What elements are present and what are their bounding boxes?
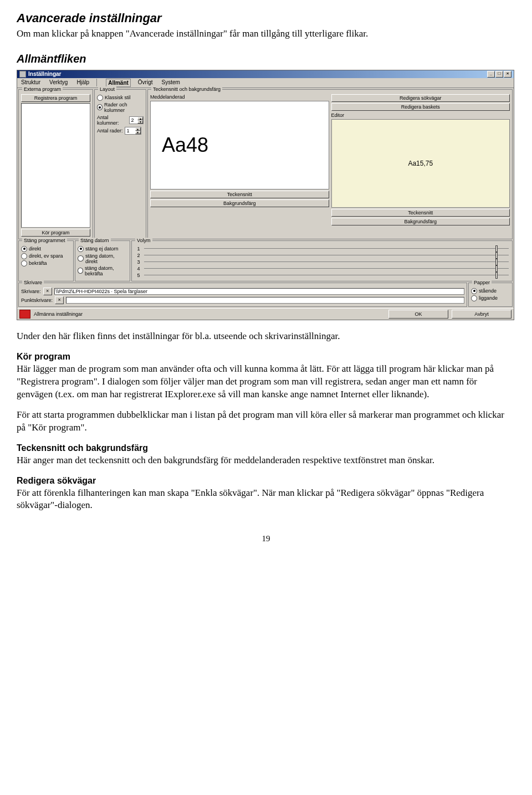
volume-slider-2[interactable]: 2 [134, 252, 510, 259]
msg-label: Meddelanderad [150, 94, 329, 100]
radio-ej-datorn[interactable]: stäng ej datorn [78, 245, 127, 253]
rows-spinner[interactable]: 1▴▾ [125, 127, 141, 135]
radio-direkt-spara[interactable]: direkt, ev spara [21, 253, 71, 260]
heading-allmant: Allmäntfliken [17, 53, 515, 65]
intro-paragraph: Om man klickar på knappen "Avancerade in… [17, 28, 515, 40]
font-preview-big: Aa48 [150, 101, 329, 189]
rows-label: Antal rader: [97, 128, 123, 134]
menu-hjalp[interactable]: Hjälp [75, 79, 91, 87]
radio-stang-bekrafta[interactable]: stäng datorn, bekräfta [78, 265, 127, 277]
font-p: Här anger man det teckensnitt och den ba… [17, 454, 515, 467]
externa-program-list[interactable] [21, 103, 90, 228]
printer-field[interactable]: \\Pdm2\LPH-HDPI4022s · Spela färglaser [54, 288, 464, 295]
externa-legend: Externa program [22, 86, 63, 92]
radio-bekrafta[interactable]: bekräfta [21, 260, 71, 267]
avbryt-button[interactable]: Avbryt [452, 310, 511, 319]
bakgrundsfarg-button-2[interactable]: Bakgrundsfärg [331, 218, 510, 225]
titlebar: Inställningar _ □ × [17, 70, 514, 78]
radio-stang-direkt[interactable]: stäng datorn, direkt [78, 253, 127, 265]
kor-p2: För att starta programmen dubbelklickar … [17, 409, 515, 434]
kor-program-button[interactable]: Kör program [21, 229, 90, 237]
section-teckensnitt: Teckensnitt och bakgrundsfärg [17, 443, 515, 453]
radio-klassisk[interactable]: Klassisk stil [97, 94, 144, 101]
paper-legend: Papper [472, 280, 492, 285]
printer-x-button[interactable]: × [43, 288, 52, 295]
bakgrundsfarg-button-1[interactable]: Bakgrundsfärg [150, 199, 329, 207]
statusbar: Allmänna inställningar OK Avbryt [17, 308, 514, 320]
editor-label: Editor [331, 112, 510, 118]
maximize-button[interactable]: □ [495, 71, 503, 78]
teckensnitt-button-1[interactable]: Teckensnitt [150, 191, 329, 198]
font-preview-small: Aa15,75 [331, 119, 510, 208]
menu-struktur[interactable]: Struktur [19, 79, 42, 87]
teckensnitt-button-2[interactable]: Teckensnitt [331, 209, 510, 217]
cols-label: Antal kolumner: [97, 115, 127, 126]
app-icon [19, 71, 26, 78]
dots-x-button[interactable]: × [55, 296, 64, 304]
layout-legend: Layout [98, 86, 116, 92]
section-redigera-sokvagar: Redigera sökvägar [17, 476, 515, 486]
close-prog-legend: Stäng programmet [22, 238, 67, 243]
window-title: Inställningar [28, 71, 61, 77]
printer-label: Skrivare: [21, 289, 41, 294]
radio-rader[interactable]: Rader och kolumner [97, 101, 144, 114]
cols-spinner[interactable]: 2▴▾ [129, 116, 144, 124]
radio-staende[interactable]: stående [471, 288, 510, 295]
volume-slider-5[interactable]: 5 [134, 272, 510, 279]
tab-allmant[interactable]: Allmänt [106, 79, 131, 87]
fontbg-legend: Teckensnitt och bakgrundsfärg [151, 86, 222, 92]
registrera-program-button[interactable]: Registrera program [21, 94, 90, 102]
redigera-sokvagar-button[interactable]: Redigera sökvägar [331, 94, 510, 102]
volume-slider-1[interactable]: 1 [134, 245, 510, 252]
redigera-baskets-button[interactable]: Redigera baskets [331, 103, 510, 111]
statusbar-text: Allmänna inställningar [34, 311, 83, 317]
settings-window: Inställningar _ □ × Struktur Verktyg Hjä… [17, 70, 514, 320]
radio-liggande[interactable]: liggande [471, 295, 510, 302]
minimize-button[interactable]: _ [487, 71, 495, 78]
tab-system[interactable]: System [160, 79, 182, 87]
radio-direkt[interactable]: direkt [21, 245, 71, 253]
tab-ovrigt[interactable]: Övrigt [136, 79, 155, 87]
dots-printer-label: Punktskrivare: [21, 298, 53, 303]
heading-advanced: Avancerade inställningar [17, 11, 515, 25]
printer-legend: Skrivare [22, 280, 44, 285]
menubar: Struktur Verktyg Hjälp Allmänt Övrigt Sy… [17, 78, 514, 88]
under-paragraph: Under den här fliken finns det inställni… [17, 330, 515, 343]
basic-settings-icon[interactable] [19, 310, 30, 319]
section-kor-program: Kör program [17, 352, 515, 362]
close-pc-legend: Stäng datorn [79, 238, 111, 243]
dots-printer-field[interactable] [66, 297, 464, 304]
volume-legend: Volym [135, 238, 152, 243]
menu-verktyg[interactable]: Verktyg [48, 79, 69, 87]
page-number: 19 [17, 534, 515, 543]
kor-p1: Här lägger man de program som man använd… [17, 363, 515, 401]
paths-p: För att förenkla filhanteringen kan man … [17, 487, 515, 512]
volume-slider-3[interactable]: 3 [134, 259, 510, 265]
ok-button[interactable]: OK [388, 310, 448, 319]
close-button[interactable]: × [504, 71, 511, 78]
volume-slider-4[interactable]: 4 [134, 265, 510, 272]
